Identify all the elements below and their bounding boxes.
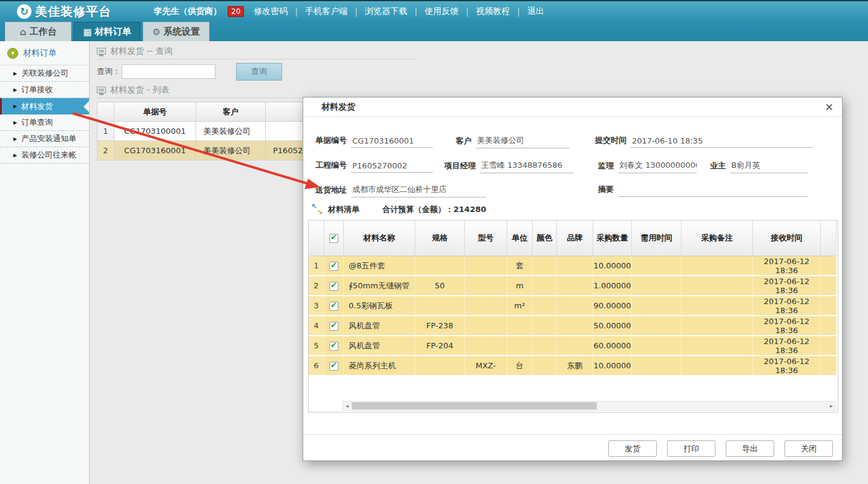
- menu-item-2[interactable]: 手机客户端: [305, 6, 347, 17]
- manager-value[interactable]: 王雪峰 13348876586: [480, 160, 574, 173]
- field-label: 摘要: [598, 184, 614, 197]
- row-number: 6: [309, 356, 324, 376]
- cell-规格: [415, 356, 465, 376]
- select-all-checkbox[interactable]: ✔: [329, 234, 338, 243]
- close-icon[interactable]: ✕: [825, 101, 833, 113]
- menu-separator: |: [465, 7, 469, 16]
- caret-down-icon[interactable]: ▾: [7, 48, 18, 59]
- cell-采购数量: 50.00000: [593, 316, 632, 336]
- field-label: 客户: [456, 136, 472, 148]
- tab-工作台[interactable]: ⌂工作台: [5, 22, 71, 41]
- sidebar-title-label: 材料订单: [23, 48, 57, 59]
- scroll-left-icon[interactable]: ◂: [343, 402, 351, 410]
- material-row[interactable]: 6✔菱尚系列主机MXZ-台东鹏10.000002017-06-12 18:36: [309, 356, 837, 376]
- cell-需用时间: [632, 336, 682, 356]
- row-number: 2: [309, 276, 324, 296]
- material-row[interactable]: 3✔0.5彩钢瓦板m²90.000002017-06-12 18:36: [309, 296, 837, 316]
- field-label: 监理: [598, 161, 614, 173]
- menu-item-4[interactable]: 使用反馈: [424, 6, 458, 17]
- material-table-header: ✔材料名称规格型号单位颜色品牌采购数量需用时间采购备注接收时间: [309, 220, 837, 256]
- submit-time-value[interactable]: 2017-06-10 18:35: [631, 136, 812, 148]
- customer-value[interactable]: 美美装修公司: [476, 135, 570, 148]
- tab-系统设置[interactable]: ⚙系统设置: [143, 22, 209, 41]
- row-checkbox[interactable]: ✔: [329, 262, 338, 271]
- field-label: 业主: [710, 161, 726, 173]
- cell-型号: [465, 296, 507, 316]
- scroll-right-icon[interactable]: ▸: [827, 402, 835, 410]
- row-checkbox[interactable]: ✔: [329, 322, 338, 331]
- tab-label: 工作台: [29, 26, 56, 38]
- sidebar-item-装修公司往来帐[interactable]: ▶装修公司往来帐: [0, 147, 89, 164]
- row-number: 1: [309, 256, 324, 276]
- menu-item-1[interactable]: 修改密码: [254, 6, 288, 17]
- cell-采购数量: 60.00000: [593, 336, 632, 356]
- user-name[interactable]: 李先生（供货商）: [154, 6, 222, 17]
- cell-extra: [821, 336, 837, 356]
- col-单位: 单位: [507, 220, 533, 256]
- row-checkbox[interactable]: ✔: [329, 302, 338, 311]
- sidebar-item-关联装修公司[interactable]: ▶关联装修公司: [0, 65, 89, 82]
- 发货-button[interactable]: 发货: [608, 440, 657, 457]
- material-row[interactable]: 5✔风机盘管FP-20460.000002017-06-12 18:36: [309, 336, 837, 356]
- summary-value[interactable]: [618, 194, 807, 197]
- material-list-header: ↖ ↘ 材料清单 合计预算（金额）：214280: [312, 204, 486, 215]
- row-number: 5: [309, 336, 324, 356]
- 关闭-button[interactable]: 关闭: [784, 440, 833, 457]
- row-checkbox[interactable]: ✔: [329, 282, 338, 291]
- material-row[interactable]: 4✔风机盘管FP-23850.000002017-06-12 18:36: [309, 316, 837, 336]
- scrollbar-thumb[interactable]: [352, 402, 597, 409]
- customer-cell: 美美装修公司: [196, 122, 266, 141]
- material-row[interactable]: 1✔@8五件套套10.000002017-06-12 18:36: [309, 256, 837, 276]
- cell-需用时间: [632, 256, 682, 276]
- dialog-footer: 发货打印导出关闭: [303, 434, 842, 462]
- cell-规格: FP-204: [415, 336, 465, 356]
- order-no-value[interactable]: CG1703160001: [351, 136, 433, 148]
- field-address: 送货地址 成都市成华区二仙桥十里店: [315, 184, 485, 197]
- menu-item-3[interactable]: 浏览器下载: [365, 6, 407, 17]
- project-no-value[interactable]: P1605270002: [351, 161, 433, 173]
- horizontal-scrollbar[interactable]: ◂ ▸: [343, 401, 836, 411]
- col-checkbox: ✔: [324, 220, 344, 256]
- check-icon: ✔: [330, 280, 337, 290]
- supervisor-value[interactable]: 刘春文 13000000000: [618, 160, 697, 173]
- cell-颜色: [533, 356, 557, 376]
- tab-bar: ⌂工作台▦材料订单⚙系统设置: [0, 22, 868, 41]
- owner-value[interactable]: B俞月英: [730, 160, 807, 173]
- menu-item-6[interactable]: 退出: [527, 6, 544, 17]
- check-icon: ✔: [330, 340, 337, 350]
- tab-材料订单[interactable]: ▦材料订单: [74, 22, 140, 41]
- menu-item-5[interactable]: 视频教程: [476, 6, 510, 17]
- row-checkbox-cell: ✔: [324, 336, 344, 356]
- col-采购数量: 采购数量: [593, 220, 632, 256]
- field-owner: 业主 B俞月英: [710, 160, 807, 173]
- 打印-button[interactable]: 打印: [667, 440, 715, 457]
- cell-采购数量: 10.00000: [593, 256, 632, 276]
- row-checkbox[interactable]: ✔: [329, 362, 338, 371]
- sidebar-item-材料发货[interactable]: ▶材料发货: [0, 98, 89, 114]
- cell-型号: [465, 316, 507, 336]
- brand-title: 美佳装修平台: [35, 4, 111, 20]
- cell-采购备注: [682, 336, 753, 356]
- notification-badge[interactable]: 20: [228, 6, 244, 17]
- sidebar-item-订单接收[interactable]: ▶订单接收: [0, 82, 89, 98]
- material-table: ✔材料名称规格型号单位颜色品牌采购数量需用时间采购备注接收时间 1✔@8五件套套…: [309, 220, 837, 376]
- cell-规格: [415, 296, 465, 316]
- cell-采购备注: [682, 256, 753, 276]
- material-row[interactable]: 2✔∮50mm无缝钢管50m1.0000002017-06-12 18:36: [309, 276, 837, 296]
- header-right: 李先生（供货商） 20 修改密码|手机客户端|浏览器下载|使用反馈|视频教程|退…: [154, 6, 544, 17]
- query-input[interactable]: [122, 64, 215, 79]
- menu-separator: |: [415, 7, 418, 16]
- cell-型号: [465, 256, 507, 276]
- check-icon: ✔: [330, 260, 337, 270]
- cell-材料名称: @8五件套: [344, 256, 415, 276]
- cell-接收时间: 2017-06-12 18:36: [753, 356, 821, 376]
- row-checkbox[interactable]: ✔: [329, 342, 338, 351]
- 导出-button[interactable]: 导出: [726, 440, 774, 457]
- sidebar-item-订单查询[interactable]: ▶订单查询: [0, 114, 89, 131]
- query-label: 查询：: [97, 66, 120, 77]
- address-value[interactable]: 成都市成华区二仙桥十里店: [351, 184, 485, 197]
- sidebar-item-产品安装通知单[interactable]: ▶产品安装通知单: [0, 131, 89, 147]
- cell-采购数量: 1.000000: [593, 276, 632, 296]
- query-button[interactable]: 查询: [236, 63, 282, 81]
- row-checkbox-cell: ✔: [324, 356, 344, 376]
